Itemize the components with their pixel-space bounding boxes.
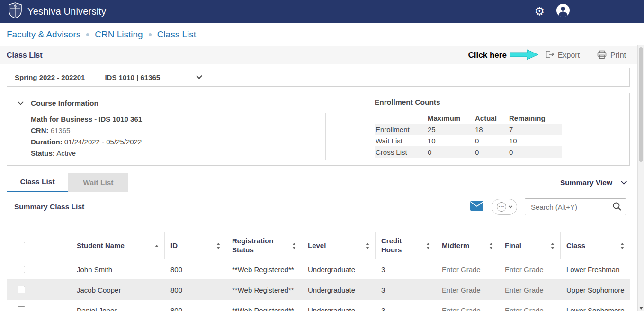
- header-midterm[interactable]: Midterm: [436, 232, 499, 259]
- sort-icon[interactable]: [489, 243, 493, 249]
- print-button[interactable]: Print: [597, 50, 626, 62]
- class-standing: Upper Sophomore: [561, 286, 630, 294]
- table-row[interactable]: Daniel Jones 800 **Web Registered** Unde…: [7, 300, 630, 311]
- university-logo-icon: [8, 2, 23, 21]
- registration-status: **Web Registered**: [226, 306, 302, 311]
- sort-icon[interactable]: [292, 243, 296, 249]
- level: Undergraduate: [302, 306, 376, 311]
- class-standing: Lower Sophomore: [561, 306, 630, 311]
- course-status-line: Status: Active: [31, 149, 76, 157]
- export-button[interactable]: Export: [545, 50, 580, 61]
- status-label: Status:: [31, 149, 55, 157]
- enrollment-counts-heading: Enrollment Counts: [375, 98, 440, 107]
- student-name: Daniel Jones: [71, 306, 165, 311]
- tools-dropdown-button[interactable]: •••: [492, 199, 517, 215]
- breadcrumb: Faculty & Advisors CRN Listing Class Lis…: [0, 23, 636, 46]
- sort-asc-icon[interactable]: [155, 245, 159, 247]
- header-registration-status[interactable]: Registration Status: [226, 232, 302, 259]
- sort-icon[interactable]: [620, 243, 624, 249]
- breadcrumb-separator-icon: [149, 33, 152, 36]
- select-all-checkbox[interactable]: [18, 242, 25, 249]
- term-course-selector[interactable]: Spring 2022 - 202201 IDS 1010 | 61365: [7, 68, 630, 87]
- tab-class-list[interactable]: Class List: [7, 173, 68, 192]
- student-name: John Smith: [71, 266, 165, 274]
- breadcrumb-class-list[interactable]: Class List: [157, 29, 196, 40]
- export-icon: [545, 50, 555, 61]
- crn-value: 61365: [51, 126, 71, 134]
- enrollment-col-actual: Actual: [475, 114, 509, 122]
- sort-icon[interactable]: [216, 243, 220, 249]
- course-label: IDS 1010 | 61365: [105, 73, 160, 81]
- credit-hours: 3: [376, 306, 436, 311]
- crn-label: CRN:: [31, 126, 49, 134]
- view-selector[interactable]: Summary View: [560, 173, 630, 192]
- chevron-down-icon: [621, 178, 627, 185]
- brand-title: Yeshiva University: [27, 6, 106, 17]
- print-label: Print: [610, 51, 626, 60]
- term-label: Spring 2022 - 202201: [15, 73, 85, 81]
- header-class[interactable]: Class: [561, 232, 630, 259]
- scrollbar-thumb[interactable]: [639, 47, 643, 162]
- user-avatar-icon[interactable]: [556, 3, 570, 19]
- final-grade-link[interactable]: Enter Grade: [499, 266, 561, 274]
- search-input[interactable]: [525, 198, 626, 215]
- enrollment-row: Enrollment 25 18 7: [375, 124, 562, 135]
- row-checkbox[interactable]: [18, 266, 25, 273]
- sort-icon[interactable]: [366, 243, 369, 249]
- search-icon[interactable]: [612, 202, 622, 213]
- enrollment-counts-table: Maximum Actual Remaining Enrollment 25 1…: [375, 112, 562, 158]
- vertical-scrollbar[interactable]: [637, 45, 644, 311]
- email-icon[interactable]: [470, 201, 484, 213]
- enrollment-row: Cross List 0 0 0: [375, 146, 562, 158]
- student-id: 800: [165, 306, 226, 311]
- settings-gear-icon[interactable]: ⚙: [534, 6, 545, 17]
- row-checkbox[interactable]: [18, 286, 25, 293]
- header-student-name[interactable]: Student Name: [71, 232, 165, 259]
- duration-value: 01/24/2022 - 05/25/2022: [64, 138, 142, 146]
- course-information-card: Course Information Math for Business - I…: [7, 93, 630, 166]
- credit-hours: 3: [376, 266, 436, 274]
- summary-class-list-heading: Summary Class List: [14, 203, 84, 211]
- course-crn-line: CRN: 61365: [31, 126, 70, 134]
- sort-icon[interactable]: [426, 243, 430, 249]
- scrollbar-down-arrow-icon[interactable]: [639, 307, 643, 310]
- view-selector-label: Summary View: [560, 178, 612, 187]
- student-name: Jacob Cooper: [71, 286, 165, 294]
- duration-label: Duration:: [31, 138, 63, 146]
- student-id: 800: [165, 266, 226, 274]
- enrollment-col-maximum: Maximum: [428, 114, 475, 122]
- course-information-heading: Course Information: [31, 99, 98, 107]
- header-final[interactable]: Final: [499, 232, 561, 259]
- tab-wait-list[interactable]: Wait List: [68, 173, 128, 192]
- breadcrumb-crn-listing[interactable]: CRN Listing: [95, 29, 143, 40]
- annotation-arrow-icon: [510, 48, 539, 63]
- midterm-grade-link[interactable]: Enter Grade: [436, 266, 499, 274]
- search-box: [525, 198, 626, 215]
- row-checkbox[interactable]: [18, 306, 25, 311]
- page: Yeshiva University ⚙ Faculty & Advisors …: [0, 0, 644, 311]
- enrollment-row: Wait List 10 0 10: [375, 135, 562, 146]
- midterm-grade-link[interactable]: Enter Grade: [436, 306, 499, 311]
- chevron-down-icon[interactable]: [196, 73, 202, 79]
- midterm-grade-link[interactable]: Enter Grade: [436, 286, 499, 294]
- header-id[interactable]: ID: [165, 232, 226, 259]
- registration-status: **Web Registered**: [226, 286, 302, 294]
- table-row[interactable]: Jacob Cooper 800 **Web Registered** Unde…: [7, 280, 630, 300]
- status-value: Active: [56, 149, 76, 157]
- print-icon: [597, 50, 607, 62]
- collapse-chevron-icon[interactable]: [18, 99, 24, 105]
- student-id: 800: [165, 286, 226, 294]
- top-navbar: Yeshiva University ⚙: [0, 0, 644, 23]
- header-level[interactable]: Level: [302, 232, 376, 259]
- tabs-bar: Class List Wait List Summary View: [7, 173, 630, 192]
- export-label: Export: [558, 51, 580, 60]
- breadcrumb-faculty-advisors[interactable]: Faculty & Advisors: [7, 29, 80, 40]
- enrollment-header-row: Maximum Actual Remaining: [375, 112, 562, 124]
- enrollment-col-remaining: Remaining: [509, 114, 562, 122]
- chevron-down-icon: [509, 204, 512, 208]
- header-credit-hours[interactable]: Credit Hours: [376, 232, 436, 259]
- table-row[interactable]: John Smith 800 **Web Registered** Underg…: [7, 259, 630, 280]
- final-grade-link[interactable]: Enter Grade: [499, 306, 561, 311]
- sort-icon[interactable]: [551, 243, 555, 249]
- final-grade-link[interactable]: Enter Grade: [499, 286, 561, 294]
